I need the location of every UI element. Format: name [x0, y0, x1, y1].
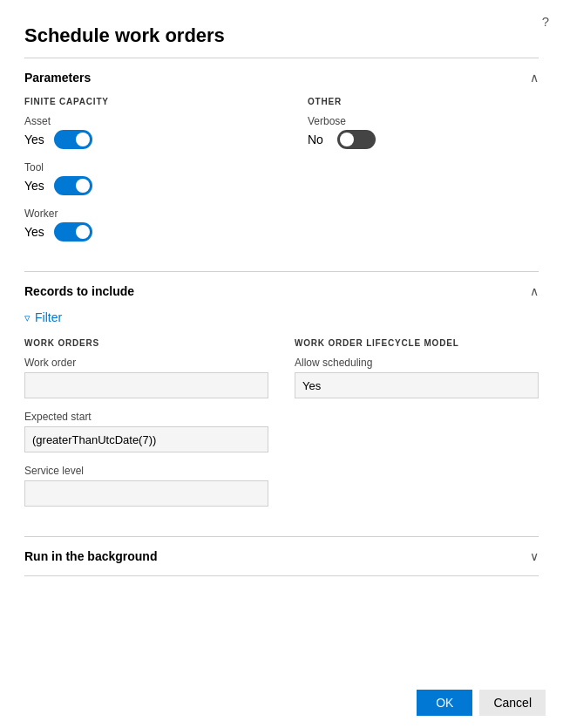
other-col: OTHER Verbose No [308, 97, 539, 254]
filter-label: Filter [35, 310, 62, 324]
asset-value-row: Yes [24, 130, 255, 149]
other-label: OTHER [308, 97, 539, 106]
parameters-section-header[interactable]: Parameters ∧ [0, 58, 563, 97]
records-section-header[interactable]: Records to include ∧ [0, 272, 563, 310]
worker-value-row: Yes [24, 222, 255, 242]
tool-label: Tool [24, 161, 255, 173]
parameters-section: Parameters ∧ FINITE CAPACITY Asset Yes [0, 58, 563, 271]
work-order-field: Work order [24, 357, 268, 398]
tool-toggle-track [54, 176, 92, 195]
worker-toggle-thumb [76, 225, 90, 239]
work-orders-col-label: WORK ORDERS [24, 338, 268, 348]
allow-scheduling-field: Allow scheduling [295, 357, 539, 398]
page-title: Schedule work orders [0, 0, 563, 58]
work-order-input[interactable] [24, 372, 268, 398]
tool-toggle[interactable] [54, 176, 92, 195]
filter-icon: ▿ [24, 311, 31, 324]
asset-toggle-thumb [76, 133, 90, 146]
worker-param: Worker Yes [24, 208, 255, 242]
run-bg-divider [24, 575, 539, 576]
expected-start-label: Expected start [24, 411, 268, 423]
tool-value-text: Yes [24, 179, 47, 193]
run-background-chevron: ∨ [530, 549, 539, 563]
worker-toggle-track [54, 222, 92, 242]
help-icon[interactable]: ? [542, 14, 549, 29]
records-chevron: ∧ [530, 284, 539, 298]
asset-value-text: Yes [24, 133, 47, 146]
records-columns: WORK ORDERS Work order Expected start Se… [24, 338, 539, 519]
verbose-toggle-track [337, 130, 376, 149]
work-orders-col: WORK ORDERS Work order Expected start Se… [24, 338, 268, 519]
verbose-param: Verbose No [308, 115, 539, 149]
filter-link[interactable]: ▿ Filter [24, 310, 539, 324]
ok-button[interactable]: OK [417, 690, 472, 716]
verbose-value-row: No [308, 130, 539, 149]
finite-capacity-label: FINITE CAPACITY [24, 97, 255, 106]
lifecycle-col: WORK ORDER LIFECYCLE MODEL Allow schedul… [295, 338, 539, 519]
records-content: ▿ Filter WORK ORDERS Work order Expected… [0, 310, 563, 536]
service-level-label: Service level [24, 465, 268, 477]
expected-start-field: Expected start [24, 411, 268, 452]
finite-capacity-col: FINITE CAPACITY Asset Yes [24, 97, 255, 254]
cancel-button[interactable]: Cancel [479, 690, 546, 716]
tool-toggle-thumb [76, 179, 90, 193]
parameters-title: Parameters [24, 71, 91, 85]
records-section: Records to include ∧ ▿ Filter WORK ORDER… [0, 272, 563, 536]
allow-scheduling-input[interactable] [295, 372, 539, 398]
asset-label: Asset [24, 115, 255, 127]
verbose-label: Verbose [308, 115, 539, 127]
tool-value-row: Yes [24, 176, 255, 195]
tool-param: Tool Yes [24, 161, 255, 195]
work-order-label: Work order [24, 357, 268, 369]
asset-toggle-track [54, 130, 92, 149]
expected-start-input[interactable] [24, 426, 268, 452]
parameters-content: FINITE CAPACITY Asset Yes [0, 97, 563, 271]
worker-label: Worker [24, 208, 255, 220]
page-container: ? Schedule work orders Parameters ∧ FINI… [0, 0, 563, 728]
asset-toggle[interactable] [54, 130, 92, 149]
lifecycle-col-label: WORK ORDER LIFECYCLE MODEL [295, 338, 539, 348]
worker-toggle[interactable] [54, 222, 92, 242]
records-title: Records to include [24, 284, 134, 298]
run-background-section: Run in the background ∨ [0, 537, 563, 575]
verbose-toggle-thumb [340, 133, 354, 146]
worker-value-text: Yes [24, 225, 47, 239]
verbose-value-text: No [308, 133, 330, 146]
run-background-title: Run in the background [24, 549, 157, 563]
run-background-header[interactable]: Run in the background ∨ [0, 537, 563, 575]
params-columns: FINITE CAPACITY Asset Yes [24, 97, 539, 254]
service-level-field: Service level [24, 465, 268, 507]
asset-param: Asset Yes [24, 115, 255, 149]
parameters-chevron: ∧ [530, 71, 539, 85]
verbose-toggle[interactable] [337, 130, 376, 149]
allow-scheduling-label: Allow scheduling [295, 357, 539, 369]
footer: OK Cancel [399, 677, 563, 728]
service-level-input[interactable] [24, 480, 268, 507]
